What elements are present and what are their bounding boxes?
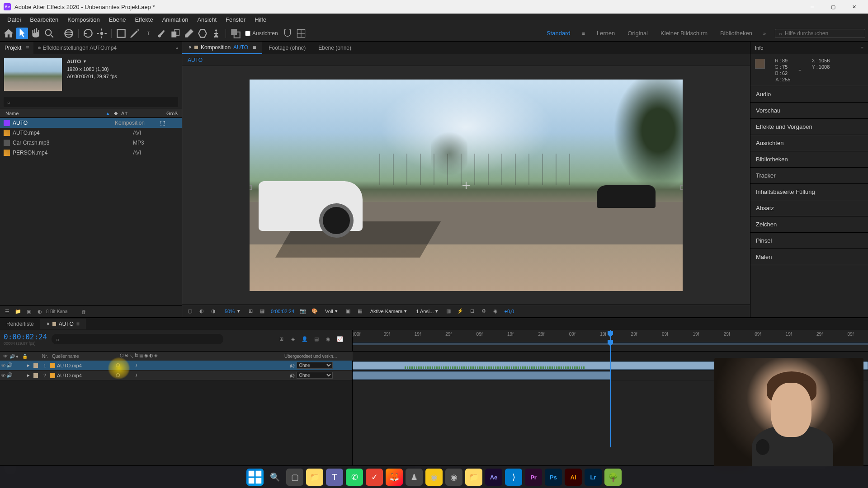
menu-effects[interactable]: Effekte: [130, 14, 157, 25]
menu-edit[interactable]: Bearbeiten: [25, 14, 63, 25]
flowchart-icon[interactable]: ♻: [480, 307, 488, 315]
effect-controls-tab[interactable]: Effekteinstellungen AUTO.mp4: [33, 42, 121, 54]
teams-icon[interactable]: T: [326, 469, 343, 486]
panel-paragraph[interactable]: Absatz: [750, 200, 868, 216]
panel-overflow-icon[interactable]: »: [172, 45, 182, 51]
clone-tool[interactable]: [170, 28, 181, 39]
adjust-icon[interactable]: ◐: [35, 307, 44, 316]
fast-preview-icon[interactable]: ⚡: [456, 307, 464, 315]
layer-clip[interactable]: [353, 371, 610, 380]
render-queue-tab[interactable]: Renderliste: [0, 319, 40, 329]
panel-effects-presets[interactable]: Effekte und Vorgaben: [750, 119, 868, 135]
roto-tool[interactable]: [197, 28, 208, 39]
panel-preview[interactable]: Vorschau: [750, 103, 868, 119]
app-icon[interactable]: 🌳: [604, 469, 622, 486]
timeline-search-input[interactable]: [61, 336, 219, 343]
orbit-tool[interactable]: [63, 28, 75, 39]
solo-column-icon[interactable]: ●: [14, 354, 21, 359]
frame-blend-icon[interactable]: ▤: [311, 334, 321, 344]
minimize-button[interactable]: ─: [802, 0, 823, 14]
sort-arrow-icon[interactable]: ▲: [105, 111, 110, 116]
audio-toggle[interactable]: 🔊: [6, 362, 13, 368]
visibility-toggle[interactable]: 👁: [0, 363, 6, 368]
new-folder-icon[interactable]: 📁: [14, 307, 23, 316]
switch-icon[interactable]: ◉: [144, 353, 148, 359]
transparency-icon[interactable]: ▦: [356, 307, 364, 315]
new-comp-icon[interactable]: ▣: [24, 307, 33, 316]
menu-file[interactable]: Datei: [3, 14, 25, 25]
layer-name[interactable]: AUTO.mp4: [57, 363, 116, 368]
lock-column-icon[interactable]: 🔒: [21, 354, 27, 359]
anchor-tool[interactable]: [96, 28, 108, 39]
timeline-layer[interactable]: 👁 🔊 ▸ 2 AUTO.mp4 ⬡ / @ Ohne: [0, 371, 352, 380]
obs-icon[interactable]: ◉: [445, 469, 462, 486]
info-panel-title[interactable]: Info: [755, 45, 763, 51]
comp-tab[interactable]: × Komposition AUTO ≡: [182, 42, 262, 54]
timeline-current-time[interactable]: 0:00:02:24: [4, 333, 47, 341]
shy-icon[interactable]: 👤: [300, 334, 310, 344]
rotate-tool[interactable]: [82, 28, 94, 39]
project-item[interactable]: Car Crash.mp3 MP3: [0, 138, 182, 148]
current-time[interactable]: 0:00:02:24: [270, 309, 295, 314]
footage-tab[interactable]: Footage (ohne): [262, 42, 312, 54]
todoist-icon[interactable]: ✓: [366, 469, 383, 486]
help-search-input[interactable]: [785, 30, 861, 37]
folder-icon[interactable]: 📁: [465, 469, 482, 486]
trash-icon[interactable]: 🗑: [79, 307, 88, 316]
text-tool[interactable]: T: [142, 28, 154, 39]
illustrator-icon[interactable]: Ai: [565, 469, 582, 486]
panel-audio[interactable]: Audio: [750, 86, 868, 103]
project-search-input[interactable]: [10, 99, 175, 105]
switch-icon[interactable]: fx: [135, 353, 138, 359]
snap-toggle[interactable]: Ausrichten: [245, 30, 278, 37]
project-tab[interactable]: Projekt≡: [0, 42, 33, 54]
expand-arrow-icon[interactable]: ▸: [25, 362, 32, 368]
app-icon[interactable]: ◉: [425, 469, 443, 486]
timeline-icon[interactable]: ⊟: [468, 307, 476, 315]
bpc-label[interactable]: 8-Bit-Kanal: [46, 307, 68, 316]
col-type[interactable]: Art: [119, 111, 165, 116]
timeline-search[interactable]: ⌕: [52, 334, 223, 344]
comp-frame[interactable]: [250, 80, 683, 291]
timeline-comp-tab[interactable]: ×AUTO≡: [40, 319, 86, 329]
workspace-menu-icon[interactable]: ≡: [578, 28, 590, 39]
res-down-icon[interactable]: ⊞: [246, 307, 255, 315]
switch-transform-icon[interactable]: ⬡: [116, 362, 122, 368]
audio-column-icon[interactable]: 🔊: [8, 354, 14, 359]
channel-icon[interactable]: 🎨: [311, 307, 319, 315]
lightroom-icon[interactable]: Lr: [585, 469, 602, 486]
workspace-small[interactable]: Kleiner Bildschirm: [655, 28, 713, 38]
menu-window[interactable]: Fenster: [221, 14, 250, 25]
audio-toggle[interactable]: 🔊: [6, 372, 13, 378]
camera-dropdown[interactable]: Aktive Kamera▾: [368, 307, 410, 315]
switch-transform-icon[interactable]: ⬡: [116, 372, 122, 378]
alpha-icon[interactable]: ◐: [198, 307, 206, 315]
switch-icon[interactable]: ◐: [149, 353, 153, 359]
workspace-libraries[interactable]: Bibliotheken: [715, 28, 758, 38]
app-icon[interactable]: ♟: [406, 469, 423, 486]
puppet-tool[interactable]: [210, 28, 222, 39]
project-item[interactable]: AUTO Komposition ⬚: [0, 118, 182, 128]
pixel-aspect-icon[interactable]: ▥: [444, 307, 453, 315]
roi-icon[interactable]: ▣: [344, 307, 352, 315]
views-dropdown[interactable]: 1 Ansi...▾: [413, 307, 441, 315]
switch-icon[interactable]: ※: [125, 353, 128, 359]
project-item[interactable]: AUTO.mp4 AVI: [0, 128, 182, 138]
premiere-icon[interactable]: Pr: [525, 469, 542, 486]
switch-icon[interactable]: ◈: [154, 353, 158, 359]
col-parent[interactable]: Übergeordnet und verkn...: [283, 354, 351, 359]
search-taskbar-icon[interactable]: 🔍: [266, 469, 283, 486]
col-size[interactable]: Größ: [165, 111, 178, 116]
panel-character[interactable]: Zeichen: [750, 216, 868, 233]
panel-menu-icon[interactable]: ≡: [861, 45, 863, 51]
layer-tab[interactable]: Ebene (ohne): [312, 42, 358, 54]
more-workspaces-icon[interactable]: »: [763, 31, 766, 36]
expand-arrow-icon[interactable]: ▸: [25, 372, 32, 378]
menu-layer[interactable]: Ebene: [104, 14, 131, 25]
menu-composition[interactable]: Komposition: [63, 14, 104, 25]
after-effects-icon[interactable]: Ae: [485, 469, 502, 486]
project-search[interactable]: ⌕: [4, 97, 178, 107]
fillstroke-icon[interactable]: [230, 28, 241, 39]
project-list[interactable]: AUTO Komposition ⬚ AUTO.mp4 AVI Car Cras…: [0, 118, 182, 305]
workspace-standard[interactable]: Standard: [541, 28, 576, 38]
